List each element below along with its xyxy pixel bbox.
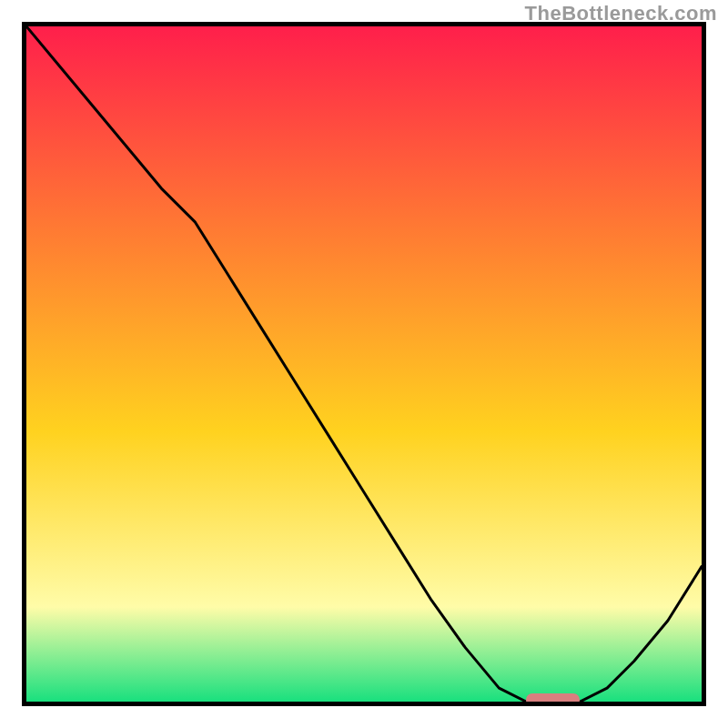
chart-frame: TheBottleneck.com bbox=[0, 0, 728, 728]
plot-border bbox=[22, 22, 706, 706]
bottleneck-curve-line bbox=[26, 26, 702, 702]
bottleneck-curve-svg bbox=[26, 26, 702, 702]
plot-area bbox=[26, 26, 702, 702]
optimal-range-marker bbox=[526, 693, 580, 706]
